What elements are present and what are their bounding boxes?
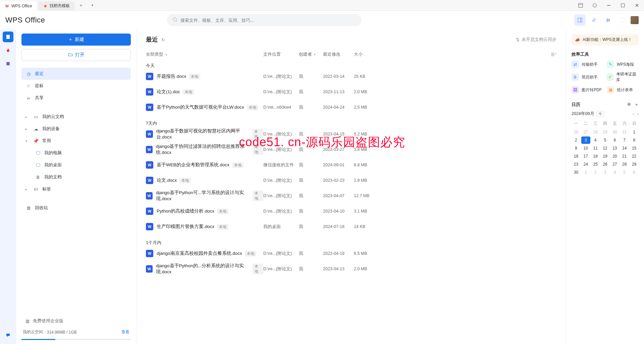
calendar-day[interactable]: 9 bbox=[572, 145, 581, 152]
tab-menu-button[interactable]: ▾ bbox=[88, 1, 97, 10]
calendar-day[interactable]: 13 bbox=[610, 145, 619, 152]
tool-item[interactable]: ✓考研考证题库 bbox=[607, 71, 639, 83]
maximize-button[interactable] bbox=[616, 0, 630, 11]
tool-item[interactable]: ✎WPS海报 bbox=[607, 61, 639, 68]
nav-star[interactable]: ☆星标 bbox=[21, 80, 131, 92]
calendar-day[interactable]: 28 bbox=[591, 128, 600, 136]
filter-location[interactable]: 文件位置 bbox=[263, 52, 299, 57]
enterprise-link[interactable]: ▥免费使用企业版 bbox=[21, 315, 131, 327]
calendar-day[interactable]: 11 bbox=[591, 145, 600, 152]
filter-modified[interactable]: 最近修改 bbox=[323, 52, 354, 57]
calendar-day[interactable]: 30 bbox=[610, 128, 619, 136]
new-tab-button[interactable]: ＋ bbox=[76, 1, 86, 10]
calendar-day[interactable]: 17 bbox=[581, 153, 590, 160]
cube-button[interactable] bbox=[588, 0, 602, 11]
calendar-day[interactable]: 4 bbox=[610, 169, 619, 176]
calendar-day[interactable]: 23 bbox=[572, 161, 581, 168]
user-avatar[interactable] bbox=[631, 16, 639, 24]
tool-item[interactable]: 🖼图片转PDF bbox=[572, 86, 603, 94]
nav-my-pc[interactable]: 🖵我的电脑 bbox=[21, 147, 131, 159]
nav-share[interactable]: ∞共享 bbox=[21, 92, 131, 104]
calendar-day[interactable]: 8 bbox=[630, 136, 639, 144]
calendar-day[interactable]: 27 bbox=[581, 128, 590, 136]
tab-daoke-template[interactable]: ◆ 找稻壳模板 bbox=[38, 1, 74, 11]
calendar-day[interactable]: 6 bbox=[630, 169, 639, 176]
link-icon[interactable] bbox=[588, 14, 600, 26]
calendar-day[interactable]: 5 bbox=[620, 169, 629, 176]
calendar-day[interactable]: 25 bbox=[591, 161, 600, 168]
nav-recent[interactable]: ◷最近 bbox=[21, 68, 131, 80]
file-row[interactable]: W 开题报告.docx 本地 D:\re...(附论文) 我 2022-03-1… bbox=[146, 69, 556, 84]
nav-common[interactable]: ▾📌常用 bbox=[21, 135, 131, 147]
nav-trash[interactable]: 🗑回收站 bbox=[21, 202, 131, 214]
calendar-day[interactable]: 26 bbox=[572, 128, 581, 136]
file-row[interactable]: W django基于数据可视化的智慧社区内网平台.docx 本地 D:\re..… bbox=[146, 126, 556, 142]
tool-item[interactable]: 🗎简历助手 bbox=[572, 71, 603, 83]
calendar-day[interactable]: 1 bbox=[581, 169, 590, 176]
storage-view-link[interactable]: 查看 bbox=[121, 329, 129, 335]
panel-toggle-button[interactable] bbox=[574, 14, 586, 26]
refresh-icon[interactable]: ↻ bbox=[161, 37, 165, 42]
calendar-day[interactable]: 31 bbox=[620, 128, 629, 136]
nav-cloud-docs[interactable]: ▸▭我的云文档 bbox=[21, 111, 131, 123]
nav-my-device[interactable]: ▸☁我的设备 bbox=[21, 123, 131, 135]
file-row[interactable]: W django基于协同过滤算法的招聘信息推荐系统.docx 本地 D:\re.… bbox=[146, 142, 556, 157]
rail-feedback-button[interactable] bbox=[3, 330, 13, 341]
calendar-add-icon[interactable]: ⊕ bbox=[627, 102, 631, 108]
calendar-day[interactable]: 30 bbox=[572, 169, 581, 176]
calendar-day[interactable]: 2 bbox=[591, 169, 600, 176]
file-row[interactable]: W 论文.docx 本地 D:\re...(附论文) 我 2023-02-23 … bbox=[146, 173, 556, 188]
sync-status[interactable]: ⇅ 未开启文档云同步 bbox=[516, 37, 556, 43]
nav-my-docs[interactable]: 🗎我的文档 bbox=[21, 171, 131, 183]
calendar-day[interactable]: 18 bbox=[591, 153, 600, 160]
minimize-button[interactable] bbox=[602, 0, 616, 11]
file-row[interactable]: W Python的高校成绩分析.docx 本地 D:\re...(附论文) 我 … bbox=[146, 204, 556, 219]
filter-creator[interactable]: 创建者 ▼ bbox=[299, 52, 323, 57]
calendar-day[interactable]: 27 bbox=[610, 161, 619, 168]
filter-type[interactable]: 全部类型 ▼ bbox=[146, 52, 263, 57]
rail-fire-button[interactable] bbox=[3, 45, 13, 56]
tool-item[interactable]: ▦统计表单 bbox=[607, 86, 639, 94]
ai-banner[interactable]: 📣 AI新功能：WPS灵犀上线！ bbox=[572, 34, 639, 45]
file-row[interactable]: W 基于WEB的企业考勤管理系统.docx 本地 微信接收的文件 我 2024-… bbox=[146, 157, 556, 173]
open-button[interactable]: 打开 bbox=[21, 49, 131, 61]
calendar-day[interactable]: 14 bbox=[620, 145, 629, 152]
calendar-day[interactable]: 22 bbox=[630, 153, 639, 160]
calendar-day[interactable]: 16 bbox=[572, 153, 581, 160]
tool-item[interactable]: ⇄传输助手 bbox=[572, 61, 603, 68]
calendar-day[interactable]: 12 bbox=[601, 145, 610, 152]
file-row[interactable]: W django南京某高校校园外卖点餐系统.docx 本地 D:\re...(附… bbox=[146, 246, 556, 261]
calendar-day[interactable]: 1 bbox=[630, 128, 639, 136]
file-row[interactable]: W 生产印模图片替换方案.docx 本地 我的桌面 我 2024-07-18 1… bbox=[146, 219, 556, 234]
calendar-day[interactable]: 7 bbox=[620, 136, 629, 144]
calendar-day[interactable]: 5 bbox=[601, 136, 610, 144]
calendar-day[interactable]: 6 bbox=[610, 136, 619, 144]
calendar-day[interactable]: 29 bbox=[630, 161, 639, 168]
search-input[interactable] bbox=[180, 18, 356, 23]
filter-settings-icon[interactable]: ☰° bbox=[551, 52, 556, 57]
calendar-day[interactable]: 29 bbox=[601, 128, 610, 136]
calendar-day[interactable]: 2 bbox=[572, 136, 581, 144]
calendar-plus-icon[interactable]: ＋ bbox=[634, 102, 639, 108]
calendar-day[interactable]: 15 bbox=[630, 145, 639, 152]
filter-size[interactable]: 大小 bbox=[354, 52, 387, 57]
calendar-day[interactable]: 28 bbox=[620, 161, 629, 168]
calendar-day[interactable]: 19 bbox=[601, 153, 610, 160]
window-layout-button[interactable] bbox=[574, 0, 588, 11]
calendar-day[interactable]: 3 bbox=[601, 169, 610, 176]
close-button[interactable] bbox=[630, 0, 644, 11]
file-row[interactable]: W 论文(1).doc 本地 D:\re...(附论文) 我 2023-11-1… bbox=[146, 84, 556, 100]
calendar-day[interactable]: 3 bbox=[581, 136, 590, 144]
nav-tags[interactable]: ▸🏷标签 bbox=[21, 183, 131, 195]
settings-icon[interactable] bbox=[602, 14, 614, 26]
calendar-next-icon[interactable]: › bbox=[637, 112, 639, 116]
new-button[interactable]: ＋ 新建 bbox=[21, 34, 131, 46]
file-row[interactable]: W django基于Python可...学习系统的设计与实现.docx 本地 D… bbox=[146, 188, 556, 204]
file-row[interactable]: W 基于Python的天气数据可视化平台LW.docx 本地 D:\rel...… bbox=[146, 100, 556, 115]
calendar-day[interactable]: 21 bbox=[620, 153, 629, 160]
nav-my-desktop[interactable]: 🖵我的桌面 bbox=[21, 159, 131, 171]
calendar-day[interactable]: 26 bbox=[601, 161, 610, 168]
calendar-day[interactable]: 24 bbox=[581, 161, 590, 168]
tab-wps-office[interactable]: W WPS Office bbox=[0, 1, 37, 11]
file-row[interactable]: W django基于Python的...分析系统的设计与实现.docx 本地 D… bbox=[146, 261, 556, 277]
